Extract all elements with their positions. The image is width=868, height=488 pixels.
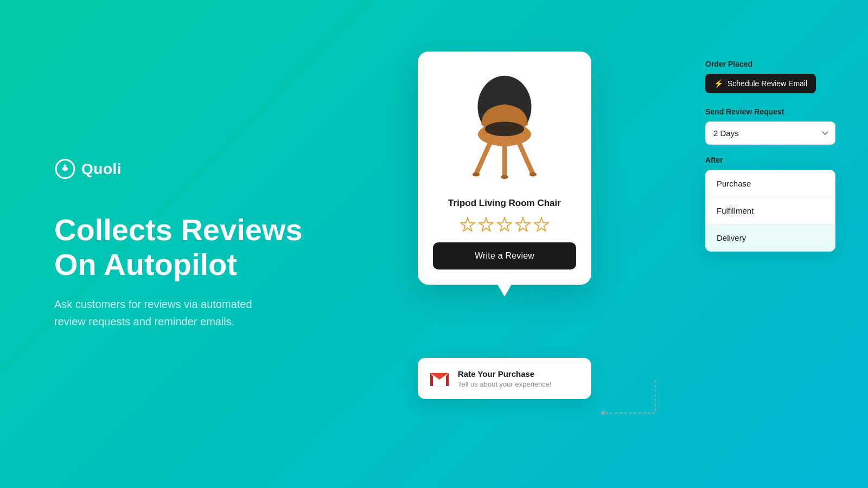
days-select[interactable]: 2 Days — [705, 121, 835, 145]
svg-point-6 — [485, 122, 524, 137]
hero-subtitle: Ask customers for reviews via automated … — [54, 295, 303, 330]
after-label: After — [705, 156, 835, 164]
dashed-arrow — [594, 374, 665, 428]
gmail-icon — [429, 368, 450, 389]
option-delivery[interactable]: Delivery — [706, 224, 835, 251]
hero-title: Collects Reviews On Autopilot — [54, 213, 303, 282]
svg-point-4 — [529, 172, 537, 177]
star-rating — [433, 216, 576, 232]
svg-marker-1 — [63, 164, 67, 168]
logo-icon — [54, 158, 76, 180]
after-dropdown: Purchase Fulfillment Delivery — [705, 170, 835, 252]
email-content: Rate Your Purchase Tell us about your ex… — [458, 369, 552, 388]
right-panel: Order Placed ⚡ Schedule Review Email Sen… — [705, 60, 835, 252]
svg-point-3 — [473, 172, 480, 177]
write-review-button[interactable]: Write a Review — [433, 242, 576, 269]
star-1[interactable] — [460, 216, 475, 232]
card-tail — [497, 284, 512, 297]
left-section: Quoli Collects Reviews On Autopilot Ask … — [54, 158, 303, 330]
svg-point-5 — [501, 175, 508, 179]
email-title: Rate Your Purchase — [458, 369, 552, 378]
star-2[interactable] — [478, 216, 494, 232]
logo: Quoli — [54, 158, 303, 180]
email-card: Rate Your Purchase Tell us about your ex… — [418, 358, 591, 399]
logo-text: Quoli — [81, 160, 122, 178]
send-review-label: Send Review Request — [705, 107, 835, 116]
star-5[interactable] — [534, 216, 549, 232]
email-subtitle: Tell us about your experience! — [458, 380, 552, 388]
product-image — [433, 68, 576, 187]
bolt-icon: ⚡ — [714, 79, 723, 88]
option-purchase[interactable]: Purchase — [706, 170, 835, 197]
star-3[interactable] — [497, 216, 512, 232]
product-name: Tripod Living Room Chair — [433, 198, 576, 209]
star-4[interactable] — [515, 216, 531, 232]
svg-marker-10 — [601, 410, 604, 415]
trigger-label: Order Placed — [705, 60, 835, 68]
schedule-review-email-button[interactable]: ⚡ Schedule Review Email — [705, 74, 816, 93]
product-card: Tripod Living Room Chair Write a Review — [418, 52, 591, 285]
option-fulfillment[interactable]: Fulfillment — [706, 197, 835, 224]
